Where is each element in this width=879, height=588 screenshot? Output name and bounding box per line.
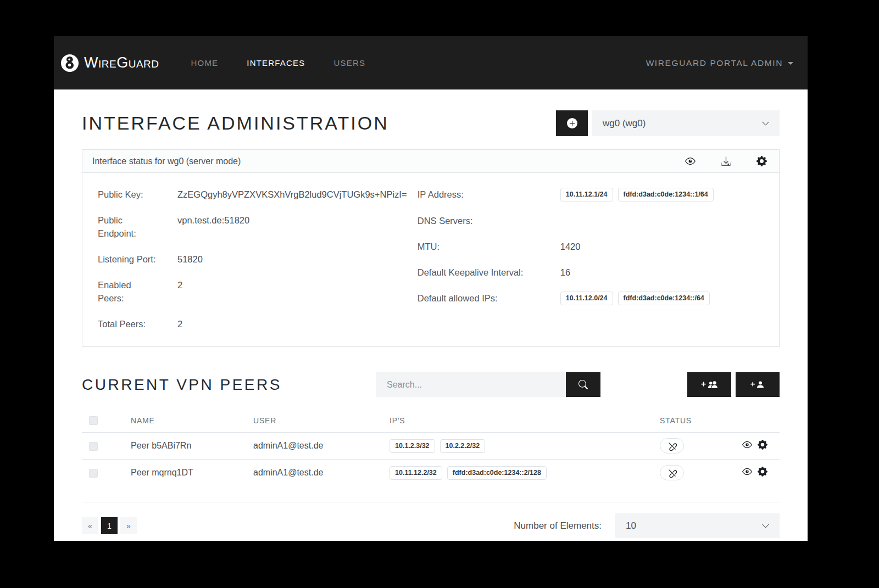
main-content: INTERFACE ADMINISTRATION wg0 (wg0) Inte [54, 110, 808, 541]
column-header-ips: IP'S [390, 409, 660, 433]
peer-view-eye-icon[interactable] [742, 440, 752, 450]
ip-badge: 10.1.2.3/32 [390, 439, 435, 453]
peer-search-group [376, 372, 600, 397]
field-ip-address: IP Address: 10.11.12.1/24 fdfd:d3ad:c0de… [418, 188, 764, 201]
wireguard-logo-icon [60, 54, 79, 72]
ip-badge: fdfd:d3ad:c0de:1234::1/64 [618, 188, 714, 201]
nav-item-users[interactable]: USERS [320, 53, 380, 73]
caret-down-icon [788, 62, 793, 65]
field-value: vpn.test.de:51820 [177, 214, 249, 240]
field-total-peers: Total Peers: 2 [98, 317, 418, 331]
peer-settings-gear-icon[interactable] [758, 440, 767, 450]
elements-select-value: 10 [626, 520, 636, 531]
pager-next-button[interactable]: » [120, 517, 137, 534]
search-icon [578, 380, 588, 389]
card-title: Interface status for wg0 (server mode) [92, 156, 241, 166]
field-dns-servers: DNS Servers: [418, 214, 764, 227]
card-body: Public Key: ZzEGQgyh8yVPZXVKSXhVrgB2lud9… [82, 173, 779, 346]
elements-select[interactable]: 10 [615, 513, 780, 538]
card-actions [685, 156, 769, 166]
brand-name: WireGuard [84, 54, 159, 71]
peers-header-row: CURRENT VPN PEERS [82, 372, 780, 397]
ip-badge: 10.2.2.2/32 [440, 439, 486, 453]
row-checkbox[interactable] [89, 469, 98, 478]
status-right-column: IP Address: 10.11.12.1/24 fdfd:d3ad:c0de… [418, 188, 764, 343]
search-button[interactable] [566, 372, 600, 397]
row-checkbox[interactable] [89, 442, 98, 451]
pager-page-1[interactable]: 1 [101, 517, 118, 534]
field-value: 2 [177, 317, 182, 331]
download-config-icon[interactable] [721, 156, 731, 166]
status-left-column: Public Key: ZzEGQgyh8yVPZXVKSXhVrgB2lud9… [98, 188, 418, 343]
pagination-row: « 1 » Number of Elements: 10 [82, 513, 780, 538]
interface-status-card: Interface status for wg0 (server mode) [82, 149, 780, 347]
peer-settings-gear-icon[interactable] [758, 467, 767, 477]
user-menu-label: WIREGUARD PORTAL ADMIN [646, 58, 783, 68]
interface-settings-gear-icon[interactable] [756, 156, 767, 166]
field-value: 2 [177, 278, 182, 305]
column-header-user: USER [253, 409, 390, 433]
elements-per-page: Number of Elements: 10 [514, 513, 780, 538]
ip-badge: fdfd:d3ad:c0de:1234::2/128 [447, 466, 547, 480]
plus-circle-icon [567, 118, 577, 128]
select-all-checkbox[interactable] [89, 416, 98, 425]
column-header-name: NAME [131, 409, 253, 433]
ip-badge: 10.11.12.1/24 [560, 188, 613, 201]
interface-select-value: wg0 (wg0) [603, 118, 646, 129]
pager: « 1 » [82, 517, 137, 534]
field-enabled-peers: Enabled Peers: 2 [98, 278, 418, 305]
page-title: INTERFACE ADMINISTRATION [82, 113, 389, 134]
field-public-endpoint: Public Endpoint: vpn.test.de:51820 [98, 214, 418, 240]
field-default-keepalive: Default Keepalive Interval: 16 [418, 266, 764, 279]
peer-view-eye-icon[interactable] [742, 467, 752, 477]
field-label: DNS Servers: [418, 214, 560, 227]
peers-section-title: CURRENT VPN PEERS [82, 376, 282, 394]
elements-label: Number of Elements: [514, 520, 602, 531]
field-label: Enabled Peers: [98, 278, 177, 305]
show-config-eye-icon[interactable] [685, 156, 696, 166]
field-value: 16 [560, 266, 570, 279]
plus-person-icon [750, 380, 765, 389]
field-default-allowed-ips: Default allowed IPs: 10.11.12.0/24 fdfd:… [418, 292, 764, 305]
brand-link[interactable]: WireGuard [60, 54, 159, 72]
field-label: Public Key: [98, 188, 177, 201]
field-label: Listening Port: [98, 253, 177, 266]
field-public-key: Public Key: ZzEGQgyh8yVPZXVKSXhVrgB2lud9… [98, 188, 418, 201]
pager-prev-button[interactable]: « [82, 517, 98, 534]
add-peer-button[interactable] [736, 372, 780, 397]
field-value: 51820 [177, 253, 203, 266]
field-label: Default allowed IPs: [418, 292, 560, 305]
status-badge [660, 465, 684, 480]
chevron-down-icon [761, 522, 770, 530]
ip-badge: fdfd:d3ad:c0de:1234::/64 [618, 292, 710, 305]
chevron-down-icon [761, 119, 770, 127]
field-label: MTU: [418, 240, 560, 253]
field-label: Public Endpoint: [98, 214, 177, 240]
table-bottom-divider [82, 486, 780, 502]
card-header: Interface status for wg0 (server mode) [82, 150, 779, 173]
add-multiple-peers-button[interactable] [687, 372, 731, 397]
user-menu-dropdown[interactable]: WIREGUARD PORTAL ADMIN [646, 58, 793, 68]
field-value: ZzEGQgyh8yVPZXVKSXhVrgB2lud9CVjTUGk9s+NP… [177, 188, 407, 201]
add-interface-button[interactable] [556, 110, 588, 136]
peer-user: adminA1@test.de [253, 433, 390, 460]
peer-name: Peer b5ABi7Rn [131, 433, 253, 460]
field-label: IP Address: [418, 188, 560, 201]
ip-badge: 10.11.12.0/24 [560, 292, 613, 305]
field-label: Default Keepalive Interval: [418, 266, 560, 279]
title-row: INTERFACE ADMINISTRATION wg0 (wg0) [82, 110, 780, 136]
column-header-status: STATUS [660, 409, 734, 433]
field-value: 1420 [560, 240, 581, 253]
app-window: WireGuard HOME INTERFACES USERS WIREGUAR… [54, 36, 808, 541]
main-nav: HOME INTERFACES USERS [177, 53, 380, 73]
table-row: Peer mqrnq1DT adminA1@test.de 10.11.12.2… [82, 460, 780, 486]
status-badge [660, 438, 684, 453]
field-label: Total Peers: [98, 317, 177, 331]
nav-item-home[interactable]: HOME [177, 53, 233, 73]
field-listening-port: Listening Port: 51820 [98, 253, 418, 266]
interface-controls: wg0 (wg0) [556, 110, 780, 136]
nav-item-interfaces[interactable]: INTERFACES [232, 53, 319, 73]
table-header-row: NAME USER IP'S STATUS [82, 409, 780, 433]
peer-search-input[interactable] [376, 372, 566, 397]
interface-select[interactable]: wg0 (wg0) [592, 110, 780, 136]
